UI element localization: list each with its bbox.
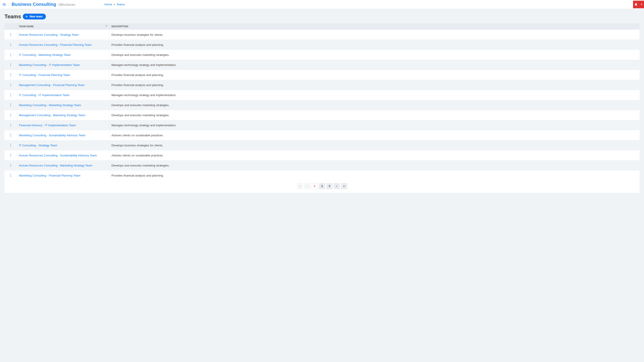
- svg-point-18: [10, 93, 11, 94]
- team-description-cell: Develops and executes marketing strategi…: [110, 160, 640, 170]
- notifications-button[interactable]: [633, 1, 639, 8]
- svg-point-2: [10, 35, 11, 36]
- kebab-icon: [10, 174, 11, 177]
- kebab-icon: [10, 63, 11, 66]
- team-link[interactable]: IT Consulting - IT Implementation Team: [19, 93, 70, 97]
- row-actions-cell: [4, 80, 17, 90]
- kebab-icon: [10, 103, 11, 107]
- kebab-icon: [10, 93, 11, 96]
- chevron-left-icon: [306, 185, 308, 187]
- team-link[interactable]: IT Consulting - Strategy Team: [19, 144, 58, 147]
- row-menu-button[interactable]: [8, 32, 13, 37]
- table-row: Marketing Consulting - Sustainability Ad…: [4, 130, 640, 140]
- page-next[interactable]: [334, 183, 340, 189]
- team-name-cell: Human Resources Consulting - Strategy Te…: [17, 30, 110, 40]
- page-number-3[interactable]: 3: [326, 183, 332, 189]
- page-number-1[interactable]: 1: [312, 183, 318, 189]
- team-description-cell: Manages technology strategy and implemen…: [110, 90, 640, 100]
- team-description-cell: Develops and executes marketing strategi…: [110, 110, 640, 120]
- row-menu-button[interactable]: [8, 113, 13, 117]
- row-actions-cell: [4, 120, 17, 130]
- team-link[interactable]: Human Resources Consulting - Financial P…: [19, 43, 92, 46]
- svg-point-7: [10, 54, 11, 55]
- row-menu-button[interactable]: [8, 103, 13, 107]
- svg-point-11: [10, 66, 11, 66]
- table-row: Financial Advisory - IT Implementation T…: [4, 120, 640, 130]
- row-menu-button[interactable]: [8, 83, 13, 87]
- filter-team-name[interactable]: [105, 25, 108, 28]
- breadcrumb-home[interactable]: Home: [104, 3, 112, 6]
- table-row: Human Resources Consulting - Strategy Te…: [4, 30, 640, 40]
- svg-point-37: [10, 155, 11, 156]
- row-actions-cell: [4, 170, 17, 181]
- kebab-icon: [10, 144, 11, 147]
- team-name-cell: Marketing Consulting - Financial Plannin…: [17, 170, 110, 181]
- row-menu-button[interactable]: [8, 73, 13, 77]
- svg-point-15: [10, 83, 11, 84]
- column-team-name[interactable]: Team Name: [17, 23, 110, 30]
- column-description[interactable]: Description: [110, 23, 640, 30]
- user-menu-dropdown[interactable]: [639, 1, 644, 8]
- svg-point-35: [10, 146, 11, 147]
- team-link[interactable]: Management Consulting - Financial Planni…: [19, 83, 85, 87]
- pagination: 123: [4, 180, 640, 193]
- svg-point-31: [10, 135, 11, 136]
- row-menu-button[interactable]: [8, 173, 13, 178]
- brand[interactable]: Business Consulting OfficeSeries: [8, 2, 75, 7]
- team-link[interactable]: Management Consulting - Marketing Strate…: [19, 113, 86, 117]
- row-menu-button[interactable]: [8, 93, 13, 97]
- plus-icon: [25, 15, 28, 18]
- team-link[interactable]: Human Resources Consulting - Sustainabil…: [19, 154, 97, 157]
- team-link[interactable]: Human Resources Consulting - Marketing S…: [19, 164, 92, 167]
- team-link[interactable]: IT Consulting - Marketing Strategy Team: [19, 53, 71, 56]
- row-menu-button[interactable]: [8, 52, 13, 57]
- brand-name: Business Consulting: [12, 2, 56, 7]
- team-link[interactable]: IT Consulting - Financial Planning Team: [19, 73, 70, 77]
- svg-point-34: [10, 145, 11, 146]
- team-link[interactable]: Marketing Consulting - Sustainability Ad…: [19, 134, 86, 137]
- chevron-right-icon: [336, 185, 338, 187]
- kebab-icon: [10, 83, 11, 86]
- svg-point-17: [10, 86, 11, 86]
- page-number-2[interactable]: 2: [319, 183, 325, 189]
- row-actions-cell: [4, 130, 17, 140]
- brand-suffix: OfficeSeries: [58, 3, 75, 6]
- team-description-cell: Provides financial analysis and planning…: [110, 40, 640, 50]
- svg-point-5: [10, 45, 11, 46]
- row-menu-button[interactable]: [8, 153, 13, 158]
- team-link[interactable]: Financial Advisory - IT Implementation T…: [19, 124, 76, 127]
- menu-toggle[interactable]: [0, 0, 8, 9]
- page-last[interactable]: [341, 183, 347, 189]
- row-actions-cell: [4, 70, 17, 80]
- row-menu-button[interactable]: [8, 62, 13, 67]
- page-prev[interactable]: [304, 183, 310, 189]
- svg-point-41: [10, 166, 11, 167]
- team-link[interactable]: Human Resources Consulting - Strategy Te…: [19, 33, 79, 36]
- svg-point-21: [10, 103, 11, 104]
- team-link[interactable]: Marketing Consulting - Financial Plannin…: [19, 174, 80, 177]
- row-menu-button[interactable]: [8, 163, 13, 168]
- team-name-cell: Management Consulting - Marketing Strate…: [17, 110, 110, 120]
- filter-icon: [105, 25, 108, 27]
- page-first[interactable]: [297, 183, 303, 189]
- row-menu-button[interactable]: [8, 42, 13, 47]
- new-team-button[interactable]: New team: [23, 14, 46, 19]
- row-menu-button[interactable]: [8, 123, 13, 127]
- breadcrumb-current[interactable]: Teams: [116, 3, 125, 6]
- kebab-icon: [10, 134, 11, 137]
- svg-point-1: [10, 34, 11, 35]
- row-menu-button[interactable]: [8, 143, 13, 147]
- hamburger-icon: [2, 2, 6, 6]
- row-actions-cell: [4, 40, 17, 50]
- app-header: Business Consulting OfficeSeries Home » …: [0, 0, 644, 9]
- team-description-cell: Develops and executes marketing strategi…: [110, 50, 640, 60]
- team-link[interactable]: Marketing Consulting - Marketing Strateg…: [19, 103, 81, 107]
- team-name-cell: Human Resources Consulting - Sustainabil…: [17, 150, 110, 160]
- row-menu-button[interactable]: [8, 133, 13, 137]
- svg-point-27: [10, 124, 11, 124]
- column-description-label: Description: [112, 25, 128, 28]
- team-link[interactable]: Marketing Consulting - IT Implementation…: [19, 63, 80, 67]
- table-row: Human Resources Consulting - Marketing S…: [4, 160, 640, 170]
- table-row: Marketing Consulting - Marketing Strateg…: [4, 100, 640, 110]
- table-row: Human Resources Consulting - Financial P…: [4, 40, 640, 50]
